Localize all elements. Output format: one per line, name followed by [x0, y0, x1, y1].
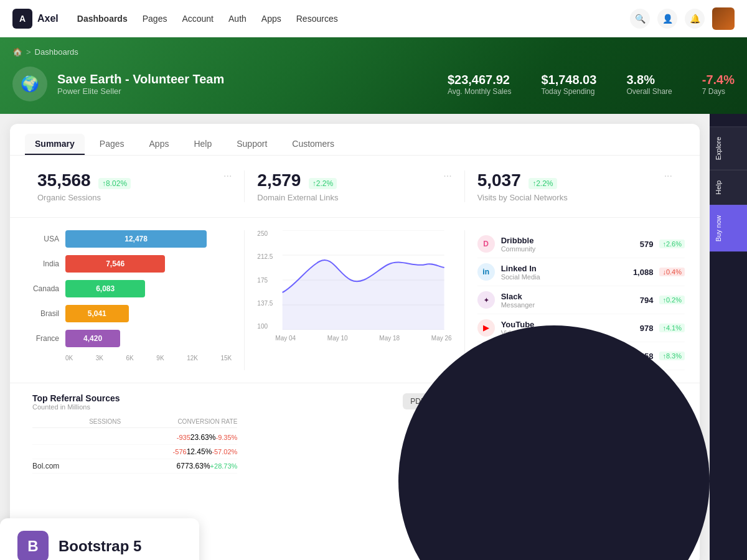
brand-name: Axel — [37, 13, 59, 24]
tab-help[interactable]: Help — [184, 134, 222, 155]
social-menu[interactable]: ··· — [664, 170, 672, 182]
dribbble-icon: D — [477, 235, 495, 253]
bar-france-bar: 4,420 — [65, 330, 120, 347]
organic-badge: ↑8.02% — [98, 178, 131, 189]
nav-apps[interactable]: Apps — [261, 14, 281, 24]
hero-stat-days: -7.4% 7 Days — [702, 73, 735, 96]
domain-change: ↑2.2% — [312, 179, 333, 188]
hero-stat-monthly: $23,467.92 Avg. Monthly Sales — [448, 73, 512, 96]
slack-count: 794 — [640, 296, 654, 305]
organic-change: ↑8.02% — [102, 179, 127, 188]
buy-button[interactable]: Buy now — [710, 205, 747, 251]
dribbble-info: Dribbble Community — [501, 236, 634, 253]
domain-label: Domain External Links — [257, 193, 451, 202]
bar-india-bar: 7,546 — [65, 255, 165, 273]
hero-spending-value: $1,748.03 — [541, 73, 596, 87]
bar-brasil-label: Brasil — [25, 309, 59, 318]
tab-summary[interactable]: Summary — [25, 134, 85, 155]
referral-sub: Counted in Millions — [32, 403, 237, 411]
linkedin-icon: in — [477, 263, 495, 281]
social-label: Visits by Social Networks — [477, 193, 672, 202]
hero-section: 🏠 > Dashboards 🌍 Save Earth - Volunteer … — [0, 37, 747, 114]
nav-auth[interactable]: Auth — [228, 14, 247, 24]
linkedin-info: Linked In Social Media — [501, 264, 627, 281]
tab-support[interactable]: Support — [227, 134, 277, 155]
y-axis: 250 212.5 175 137.5 100 — [257, 230, 275, 330]
breadcrumb-sep: > — [26, 47, 31, 57]
hero-stat-spending: $1,748.03 Today Spending — [541, 73, 596, 96]
bar-usa: USA 12,478 — [25, 230, 232, 248]
nav-account[interactable]: Account — [182, 14, 214, 24]
line-chart: 250 212.5 175 137.5 100 — [245, 230, 464, 370]
stat-organic: 35,568 ↑8.02% ··· Organic Sessions — [25, 170, 245, 202]
linkedin-count: 1,088 — [633, 268, 654, 277]
stat-social: 5,037 ↑2.2% ··· Visits by Social Network… — [465, 170, 685, 202]
hero-monthly-label: Avg. Monthly Sales — [448, 87, 512, 96]
bar-usa-bar: 12,478 — [65, 230, 207, 248]
social-value: 5,037 — [477, 170, 521, 190]
domain-value: 2,579 — [257, 170, 301, 190]
bootstrap-text: Bootstrap 5 — [59, 538, 141, 555]
brand[interactable]: A Axel — [12, 9, 59, 29]
bar-usa-label: USA — [25, 235, 59, 243]
youtube-icon: ▶ — [477, 319, 495, 337]
hero-content: 🌍 Save Earth - Volunteer Team Power Elit… — [12, 67, 735, 101]
hero-days-value: -7.4% — [702, 73, 735, 87]
nav-links: Dashboards Pages Account Auth Apps Resou… — [77, 14, 630, 24]
bar-brasil-bar: 5,041 — [65, 305, 129, 322]
linkedin-change: ↓0.4% — [659, 268, 685, 276]
bar-brasil-container: 5,041 — [65, 305, 232, 322]
referral-row-3: Bol.com 67 73.63% +28.73% — [32, 459, 237, 474]
hero-share-value: 3.8% — [626, 73, 672, 87]
social-change: ↑2.2% — [532, 179, 553, 188]
bar-chart: USA 12,478 India 7,546 Canada 6,083 — [25, 230, 245, 370]
notification-icon[interactable]: 🔔 — [685, 9, 705, 29]
organic-value: 35,568 — [37, 170, 91, 190]
bar-axis: 0K 3K 6K 9K 12K 15K — [25, 355, 232, 362]
instagram-change: ↑8.3% — [659, 352, 685, 360]
dribbble-change: ↑2.6% — [659, 240, 685, 248]
tab-customers[interactable]: Customers — [282, 134, 344, 155]
youtube-count: 978 — [640, 324, 654, 333]
hero-title: Save Earth - Volunteer Team — [57, 72, 224, 86]
nav-actions: 🔍 👤 🔔 — [630, 7, 735, 30]
bar-usa-container: 12,478 — [65, 230, 232, 248]
bootstrap-icon: B — [17, 531, 49, 560]
user-icon[interactable]: 👤 — [657, 9, 677, 29]
organic-label: Organic Sessions — [37, 193, 232, 202]
domain-menu[interactable]: ··· — [443, 170, 451, 182]
tab-pages[interactable]: Pages — [90, 134, 134, 155]
referral-card: Top Referral Sources Counted in Millions… — [25, 383, 245, 483]
referral-title: Top Referral Sources — [32, 393, 237, 403]
organic-menu[interactable]: ··· — [223, 170, 232, 182]
avatar[interactable] — [712, 7, 735, 30]
hero-stat-share: 3.8% Overall Share — [626, 73, 672, 96]
breadcrumb-home[interactable]: 🏠 — [12, 47, 22, 57]
hero-share-label: Overall Share — [626, 87, 672, 96]
referral-row-1: -935 23.63% -9.35% — [32, 431, 237, 445]
main-content: Summary Pages Apps Help Support Customer… — [0, 114, 747, 560]
domain-badge: ↑2.2% — [309, 178, 337, 189]
bar-france: France 4,420 — [25, 330, 232, 347]
nav-resources[interactable]: Resources — [296, 14, 338, 24]
navbar: A Axel Dashboards Pages Account Auth App… — [0, 0, 747, 37]
brand-icon: A — [12, 9, 32, 29]
hero-days-label: 7 Days — [702, 87, 735, 96]
slack-change: ↑0.2% — [659, 296, 685, 304]
nav-dashboards[interactable]: Dashboards — [77, 14, 128, 24]
help-button[interactable]: Help — [710, 170, 747, 205]
search-icon[interactable]: 🔍 — [630, 9, 650, 29]
tab-apps[interactable]: Apps — [139, 134, 179, 155]
bar-india-container: 7,546 — [65, 255, 232, 273]
hero-monthly-value: $23,467.92 — [448, 73, 512, 87]
hero-info: Save Earth - Volunteer Team Power Elite … — [57, 72, 224, 96]
dribbble-count: 579 — [640, 240, 654, 249]
line-chart-svg — [275, 230, 451, 330]
slack-info: Slack Messanger — [501, 292, 634, 309]
hero-subtitle: Power Elite Seller — [57, 86, 224, 96]
nav-pages[interactable]: Pages — [143, 14, 167, 24]
explore-button[interactable]: Explore — [710, 126, 747, 170]
social-dribbble: D Dribbble Community 579 ↑2.6% — [477, 230, 685, 258]
bootstrap-overlay: B Bootstrap 5 — [0, 518, 199, 560]
avatar-image — [712, 7, 735, 30]
